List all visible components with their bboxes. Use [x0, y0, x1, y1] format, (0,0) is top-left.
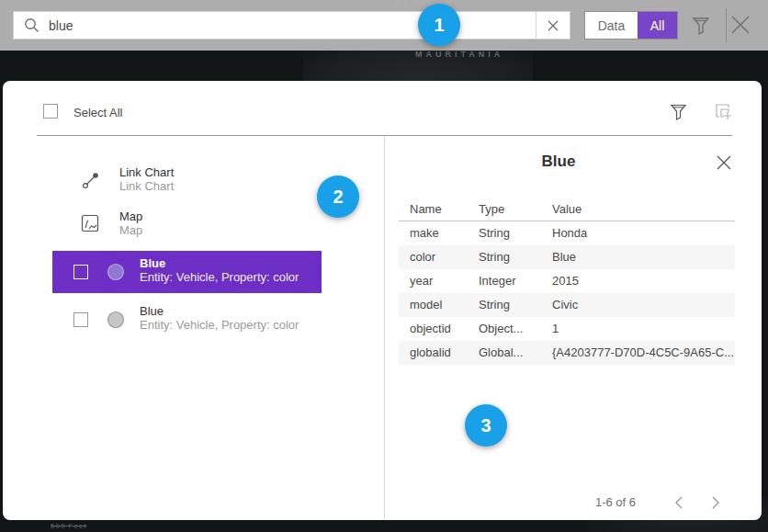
link-chart-icon	[81, 170, 101, 190]
entity-circle-icon	[107, 311, 125, 329]
table-row: globalid Global... {A4203777-D70D-4C5C-9…	[399, 341, 735, 365]
detail-title: Blue	[384, 153, 733, 171]
result-item-blue-selected[interactable]: Blue Entity: Vehicle, Property: color	[52, 251, 322, 293]
toolbar-divider	[726, 8, 727, 42]
result-title: Link Chart	[119, 165, 174, 179]
search-icon	[14, 17, 49, 33]
result-title: Blue	[140, 304, 299, 318]
table-row: year Integer 2015	[399, 269, 735, 293]
cell-name: make	[410, 226, 439, 240]
search-input[interactable]	[49, 12, 536, 39]
annotation-badge-1: 1	[418, 4, 460, 46]
result-checkbox[interactable]	[73, 312, 88, 327]
cell-type: String	[479, 226, 510, 240]
result-subtitle: Entity: Vehicle, Property: color	[140, 270, 299, 284]
table-row: objectid Object... 1	[399, 317, 735, 341]
close-search-icon[interactable]	[729, 14, 751, 36]
cell-name: year	[410, 274, 433, 288]
entity-circle-icon	[107, 263, 125, 281]
result-title: Map	[119, 209, 142, 223]
cell-type: String	[479, 298, 510, 311]
table-header: Name Type Value	[399, 198, 735, 221]
map-scale-label: 500 Feet	[51, 522, 87, 530]
table-row: color String Blue	[399, 245, 735, 269]
cell-value: 1	[552, 322, 559, 335]
filter-icon[interactable]	[692, 16, 710, 36]
clear-search-button[interactable]	[536, 12, 570, 39]
cell-name: model	[410, 298, 442, 311]
pagination: 1-6 of 6	[399, 492, 735, 513]
map-icon	[81, 214, 99, 232]
cell-type: Global...	[479, 345, 523, 359]
next-page-button[interactable]	[711, 495, 724, 510]
cell-name: color	[410, 250, 435, 264]
cell-name: objectid	[410, 322, 451, 335]
scope-all-button[interactable]: All	[638, 12, 677, 39]
page-count: 1-6 of 6	[595, 495, 636, 509]
select-all-row: Select All	[3, 81, 762, 135]
search-scope-toggle: Data All	[584, 11, 678, 40]
annotation-badge-2: 2	[317, 175, 359, 218]
result-item-blue[interactable]: Blue Entity: Vehicle, Property: color	[52, 299, 322, 341]
result-subtitle: Entity: Vehicle, Property: color	[140, 318, 299, 332]
column-header: Type	[479, 202, 504, 216]
search-results-panel: Select All Link Chart Link Chart Map Map	[3, 81, 762, 520]
result-subtitle: Map	[119, 223, 142, 237]
cell-value: Blue	[552, 250, 576, 264]
result-checkbox[interactable]	[73, 265, 88, 279]
table-row: make String Honda	[399, 221, 735, 245]
column-header: Name	[410, 202, 442, 216]
pane-divider	[384, 136, 385, 520]
scope-data-button[interactable]: Data	[585, 12, 638, 39]
cell-value: Honda	[552, 226, 587, 240]
select-all-label: Select All	[73, 106, 122, 119]
search-toolbar: Data All	[0, 0, 768, 51]
add-to-selection-icon[interactable]	[714, 102, 733, 121]
cell-type: Integer	[479, 274, 515, 288]
cell-name: globalid	[410, 345, 451, 359]
attribute-table: Name Type Value make String Honda color …	[399, 198, 735, 365]
funnel-icon[interactable]	[670, 103, 687, 121]
cell-type: Object...	[479, 322, 523, 335]
cell-type: String	[479, 250, 510, 264]
select-all-checkbox[interactable]	[43, 104, 58, 119]
close-detail-icon[interactable]	[716, 154, 732, 171]
cell-value: 2015	[552, 274, 579, 288]
result-subtitle: Link Chart	[119, 179, 174, 193]
cell-value: {A4203777-D70D-4C5C-9A65-C...	[552, 345, 734, 359]
map-region-label: MAURITANIA	[415, 50, 562, 59]
prev-page-button[interactable]	[674, 495, 687, 510]
column-header: Value	[552, 202, 582, 216]
annotation-badge-3: 3	[465, 404, 507, 447]
table-row: model String Civic	[399, 293, 735, 317]
search-box	[13, 11, 570, 40]
result-title: Blue	[140, 256, 299, 270]
cell-value: Civic	[552, 298, 578, 311]
